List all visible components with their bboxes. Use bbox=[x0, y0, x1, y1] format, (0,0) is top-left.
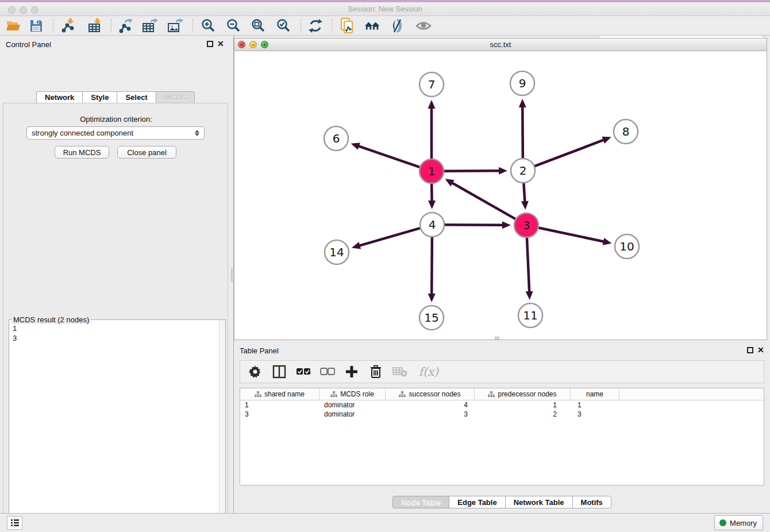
delete-table-icon[interactable] bbox=[392, 364, 408, 380]
graph-node-label-4: 4 bbox=[429, 218, 436, 232]
memory-button[interactable]: Memory bbox=[714, 515, 763, 530]
zoom-in-icon[interactable] bbox=[199, 18, 217, 34]
tab-select[interactable]: Select bbox=[117, 91, 155, 103]
arrowhead-3-10 bbox=[603, 238, 612, 245]
table-cell[interactable]: 4 bbox=[386, 400, 475, 410]
deselect-all-icon[interactable] bbox=[319, 364, 336, 380]
table-toolbar: f(x) bbox=[240, 360, 764, 383]
column-header-MCDS-role[interactable]: MCDS role bbox=[319, 388, 386, 400]
export-table-icon[interactable] bbox=[141, 18, 159, 34]
table-cell[interactable]: 3 bbox=[240, 410, 319, 419]
settings-gear-icon[interactable] bbox=[247, 364, 263, 380]
network-canvas[interactable]: 7968124314101511 bbox=[234, 51, 767, 340]
column-header-name[interactable]: name bbox=[571, 388, 619, 400]
horizontal-splitter-handle[interactable] bbox=[495, 337, 499, 340]
hierarchy-icon bbox=[488, 391, 495, 398]
add-column-icon[interactable] bbox=[344, 364, 360, 380]
table-cell[interactable]: 3 bbox=[386, 410, 475, 419]
function-builder-icon[interactable]: f(x) bbox=[416, 364, 441, 380]
table-body: 1dominator4113dominator323 bbox=[240, 400, 764, 419]
duplicate-network-icon[interactable] bbox=[339, 18, 356, 34]
network-view-window: ✕ − + scc.txt 7968124314101511 bbox=[234, 38, 767, 340]
edge-4-3[interactable] bbox=[445, 225, 503, 225]
table-row[interactable]: 1dominator411 bbox=[240, 400, 764, 410]
table-row[interactable]: 3dominator323 bbox=[240, 410, 764, 419]
edge-2-8[interactable] bbox=[535, 140, 605, 166]
toolbar-separator bbox=[332, 19, 332, 33]
tab-motifs[interactable]: Motifs bbox=[572, 496, 611, 508]
column-header-successor-nodes[interactable]: successor nodes bbox=[386, 388, 475, 400]
arrowhead-2-3 bbox=[521, 201, 529, 210]
table-cell[interactable]: 2 bbox=[475, 410, 571, 419]
edge-2-3[interactable] bbox=[523, 183, 525, 202]
table-cell[interactable]: dominator bbox=[319, 410, 386, 419]
import-network-icon[interactable] bbox=[59, 18, 76, 34]
mcds-result-text[interactable]: 1 3 bbox=[10, 323, 218, 532]
eye-icon[interactable] bbox=[415, 18, 432, 34]
open-file-icon[interactable] bbox=[5, 18, 22, 34]
criterion-dropdown-value: strongly connected component bbox=[32, 129, 195, 137]
delete-column-icon[interactable] bbox=[368, 364, 384, 380]
table-panel-tabs: Node TableEdge TableNetwork TableMotifs bbox=[234, 496, 770, 508]
float-panel-icon[interactable] bbox=[207, 41, 213, 47]
export-image-icon[interactable] bbox=[167, 18, 184, 34]
zoom-fit-icon[interactable] bbox=[249, 18, 267, 34]
column-panel-icon[interactable] bbox=[271, 364, 287, 380]
float-table-panel-icon[interactable] bbox=[747, 347, 753, 353]
toolbar-separator bbox=[53, 19, 53, 33]
column-header-predecessor-nodes[interactable]: predecessor nodes bbox=[475, 388, 571, 400]
window-title: Session: New Session bbox=[0, 5, 770, 13]
houses-icon[interactable] bbox=[364, 18, 382, 34]
tab-network-table[interactable]: Network Table bbox=[505, 496, 572, 508]
hierarchy-icon bbox=[255, 391, 261, 398]
status-bar: Memory bbox=[0, 513, 770, 532]
table-cell[interactable]: dominator bbox=[319, 400, 386, 410]
edge-3-10[interactable] bbox=[539, 228, 605, 242]
tab-style[interactable]: Style bbox=[82, 91, 117, 103]
mcds-result-title: MCDS result (2 nodes) bbox=[11, 315, 91, 324]
criterion-dropdown[interactable]: strongly connected component bbox=[26, 126, 205, 140]
table-cell[interactable]: 1 bbox=[240, 400, 319, 410]
edge-3-1[interactable] bbox=[452, 183, 515, 219]
network-graph[interactable]: 7968124314101511 bbox=[234, 51, 767, 340]
table-panel: Table Panel ✕ bbox=[234, 342, 770, 513]
edge-1-6[interactable] bbox=[358, 146, 419, 167]
tab-mcds[interactable]: MCDS bbox=[156, 91, 195, 103]
graph-node-label-15: 15 bbox=[424, 311, 438, 325]
table-cell[interactable]: 3 bbox=[571, 410, 619, 419]
zoom-out-icon[interactable] bbox=[225, 18, 242, 34]
close-panel-button[interactable]: Close panel bbox=[117, 146, 176, 159]
mcds-tab-content: Optimization criterion: strongly connect… bbox=[3, 103, 228, 532]
save-session-icon[interactable] bbox=[28, 18, 45, 34]
toggle-visibility-icon[interactable] bbox=[389, 18, 406, 34]
refresh-layout-icon[interactable] bbox=[307, 18, 324, 34]
table-cell[interactable]: 1 bbox=[571, 400, 619, 410]
zoom-selected-icon[interactable] bbox=[275, 18, 292, 34]
edge-3-11[interactable] bbox=[527, 238, 529, 292]
tab-edge-table[interactable]: Edge Table bbox=[449, 496, 505, 508]
close-table-panel-icon[interactable]: ✕ bbox=[757, 345, 764, 354]
application-window: Session: New Session bbox=[0, 0, 770, 532]
table-cell[interactable]: 1 bbox=[475, 400, 571, 410]
edge-4-15[interactable] bbox=[432, 237, 432, 295]
import-table-icon[interactable] bbox=[86, 18, 103, 34]
window-titlebar: Session: New Session bbox=[0, 2, 770, 16]
edge-2-9[interactable] bbox=[522, 106, 523, 158]
network-window-titlebar[interactable]: ✕ − + scc.txt bbox=[234, 38, 767, 51]
run-mcds-button[interactable]: Run MCDS bbox=[55, 146, 109, 159]
column-header-shared-name[interactable]: shared name bbox=[240, 388, 319, 400]
graph-node-label-6: 6 bbox=[333, 132, 340, 145]
mcds-result-scrollbar[interactable] bbox=[219, 320, 225, 532]
select-all-icon[interactable] bbox=[295, 364, 311, 380]
toolbar-separator bbox=[192, 19, 193, 33]
edge-1-2[interactable] bbox=[444, 171, 500, 171]
arrowhead-4-15 bbox=[428, 294, 436, 302]
edge-4-14[interactable] bbox=[359, 228, 419, 246]
export-network-icon[interactable] bbox=[117, 18, 134, 34]
task-history-icon[interactable] bbox=[7, 516, 22, 530]
mcds-result-box: MCDS result (2 nodes) 1 3 bbox=[9, 319, 226, 532]
graph-node-label-9: 9 bbox=[519, 76, 526, 90]
tab-node-table[interactable]: Node Table bbox=[392, 496, 449, 508]
tab-network[interactable]: Network bbox=[36, 91, 82, 103]
close-panel-icon[interactable]: ✕ bbox=[217, 39, 224, 48]
